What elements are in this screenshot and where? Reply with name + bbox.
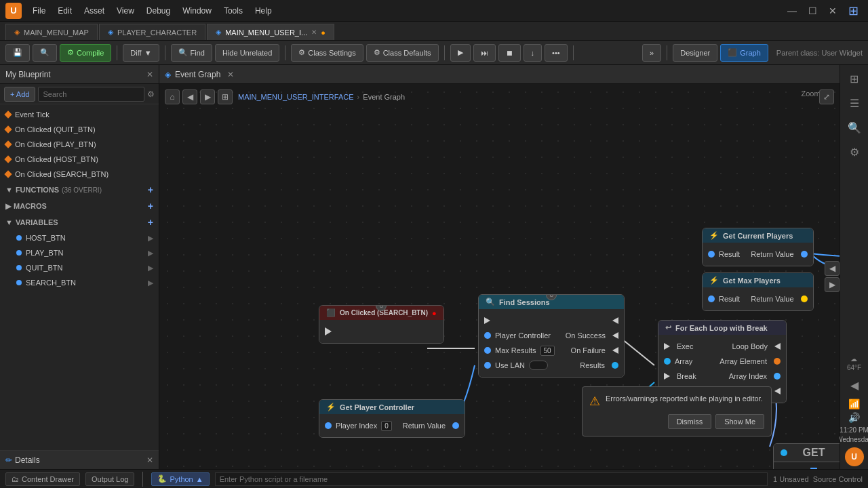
right-icon-grid[interactable]: ⊞ <box>844 68 865 89</box>
details-close-icon[interactable]: ✕ <box>146 455 153 465</box>
nav-home-button[interactable]: ⌂ <box>165 89 180 104</box>
clock: 11:20 PM Wednesday <box>836 426 868 445</box>
var-quit-btn[interactable]: QUIT_BTN ▶ <box>0 260 159 275</box>
menu-asset[interactable]: Asset <box>79 5 110 17</box>
minimize-button[interactable]: — <box>783 4 802 18</box>
right-icon-settings[interactable]: ⚙ <box>844 141 865 163</box>
node-get-current-players[interactable]: ⚡ Get Current Players Result <box>702 228 814 266</box>
menu-edit[interactable]: Edit <box>52 5 77 17</box>
stop-button[interactable]: ⏹ <box>498 44 521 62</box>
diff-button[interactable]: Diff ▼ <box>123 44 159 62</box>
functions-add-icon[interactable]: + <box>148 184 153 195</box>
node-find-sessions[interactable]: ○ 🔍 Find Sessions <box>478 294 625 378</box>
close-button[interactable]: ✕ <box>823 4 842 18</box>
graph-canvas[interactable]: ⌂ ◀ ▶ ⊞ MAIN_MENU_USER_INTERFACE › Event… <box>159 84 840 469</box>
nav-forward-button[interactable]: ▶ <box>200 89 215 104</box>
scroll-up-button[interactable]: ◀ <box>825 261 840 276</box>
expand-icon[interactable]: ⤢ <box>819 89 834 104</box>
search-settings-icon[interactable]: ⚙ <box>147 89 155 99</box>
breadcrumb: MAIN_MENU_USER_INTERFACE › Event Graph <box>238 93 405 101</box>
section-variables[interactable]: ▼ VARIABLES + <box>0 214 159 230</box>
node-on-clicked-search[interactable]: ○ ⬛ On Clicked (SEARCH_BTN) ● <box>319 305 444 344</box>
var-play-btn[interactable]: PLAY_BTN ▶ <box>0 245 159 260</box>
add-button[interactable]: + Add <box>4 87 35 102</box>
nav-grid-button[interactable]: ⊞ <box>218 89 233 104</box>
tree-item-quit-btn[interactable]: On Clicked (QUIT_BTN) <box>0 122 159 137</box>
right-icon-search[interactable]: 🔍 <box>844 117 865 138</box>
nav-back-button[interactable]: ◀ <box>182 89 197 104</box>
tab-label: MAIN_MENU_MAP <box>24 28 89 37</box>
browse-button[interactable]: 🔍 <box>33 44 57 62</box>
python-button[interactable]: 🐍 Python ▲ <box>151 472 209 486</box>
menu-debug[interactable]: Debug <box>141 5 176 17</box>
macros-add-icon[interactable]: + <box>148 201 153 211</box>
scroll-down-button[interactable]: ▶ <box>825 277 840 292</box>
maximize-button[interactable]: ☐ <box>803 4 822 18</box>
menu-view[interactable]: View <box>111 5 140 17</box>
use-lan-toggle[interactable] <box>529 361 548 370</box>
tab-main-menu-map[interactable]: ◈ MAIN_MENU_MAP <box>5 24 98 40</box>
section-macros[interactable]: ▶ MACROS + <box>0 198 159 214</box>
right-icon-list[interactable]: ☰ <box>844 92 865 114</box>
get-current-result: Result <box>703 247 745 262</box>
max-results-value[interactable]: 50 <box>540 346 555 356</box>
menu-file[interactable]: File <box>27 5 51 17</box>
var-color-icon3 <box>16 265 22 270</box>
compile-button[interactable]: ⚙ Compile <box>60 44 111 62</box>
graph-button[interactable]: ⬛ Graph <box>720 44 768 62</box>
var-host-btn[interactable]: HOST_BTN ▶ <box>0 230 159 245</box>
error-notification: ⚠ Errors/warnings reported while playing… <box>582 386 772 436</box>
parent-class-label: Parent class: User Widget <box>776 49 863 57</box>
graph-header-close-icon[interactable]: ✕ <box>227 70 234 79</box>
tree-item-event-tick[interactable]: Event Tick <box>0 107 159 122</box>
status-sep1 <box>142 472 143 487</box>
dismiss-button[interactable]: Dismiss <box>668 414 712 429</box>
hide-unrelated-button[interactable]: Hide Unrelated <box>215 44 279 62</box>
script-input[interactable] <box>215 472 768 486</box>
left-panel-close-icon[interactable]: ✕ <box>146 70 153 79</box>
menu-tools[interactable]: Tools <box>218 5 248 17</box>
host-btn-label: On Clicked (HOST_BTN) <box>15 155 98 163</box>
right-icon-expand[interactable]: ◀ <box>844 374 865 396</box>
overflow-button[interactable]: » <box>642 44 661 62</box>
search-input[interactable] <box>38 87 144 102</box>
skip-button[interactable]: ⏭ <box>473 44 496 62</box>
pencil-icon: ✏ <box>5 455 12 465</box>
show-me-button[interactable]: Show Me <box>715 414 764 429</box>
node-get-max-players[interactable]: ⚡ Get Max Players Result Ret <box>702 272 814 311</box>
tab-close-icon[interactable]: ✕ <box>311 28 317 36</box>
play-button[interactable]: ▶ <box>450 44 471 62</box>
menu-help[interactable]: Help <box>250 5 277 17</box>
breadcrumb-root[interactable]: MAIN_MENU_USER_INTERFACE <box>238 93 354 101</box>
vars-expand-icon: ▼ <box>5 218 13 226</box>
get-max-icon: ⚡ <box>709 276 719 285</box>
tab-player-character[interactable]: ◈ PLAYER_CHARACTER <box>99 24 205 40</box>
node-get-player-controller[interactable]: ⚡ Get Player Controller Player Index 0 <box>319 399 465 438</box>
player-index-value[interactable]: 0 <box>381 421 392 431</box>
tree-item-host-btn[interactable]: On Clicked (HOST_BTN) <box>0 152 159 167</box>
graph-header-label: Event Graph <box>175 70 220 79</box>
content-drawer-button[interactable]: 🗂 Content Drawer <box>5 472 80 486</box>
variables-add-icon[interactable]: + <box>148 217 153 228</box>
section-functions[interactable]: ▼ FUNCTIONS (36 OVERRI) + <box>0 182 159 198</box>
expand-button[interactable]: ⤢ <box>819 89 834 104</box>
node-get-array[interactable]: GET <box>773 443 840 469</box>
save-button[interactable]: 💾 <box>5 44 30 62</box>
var-search-btn[interactable]: SEARCH_BTN ▶ <box>0 275 159 290</box>
tab-icon3: ◈ <box>216 28 221 37</box>
tab-main-menu-user[interactable]: ◈ MAIN_MENU_USER_I... ✕ ● <box>207 24 334 40</box>
menu-window[interactable]: Window <box>177 5 217 17</box>
down-button[interactable]: ↓ <box>524 44 542 62</box>
tree-item-play-btn[interactable]: On Clicked (PLAY_BTN) <box>0 137 159 152</box>
get-current-title: Get Current Players <box>723 232 793 240</box>
class-defaults-button[interactable]: ⚙ Class Defaults <box>366 44 439 62</box>
tree-item-search-btn[interactable]: On Clicked (SEARCH_BTN) <box>0 167 159 182</box>
class-settings-button[interactable]: ⚙ Class Settings <box>291 44 363 62</box>
output-log-button[interactable]: Output Log <box>85 472 134 486</box>
more-button[interactable]: ••• <box>545 44 568 62</box>
designer-button[interactable]: Designer <box>673 44 717 62</box>
get-current-result-label: Result <box>719 250 740 258</box>
toolbar-sep6 <box>667 45 667 60</box>
left-panel: My Blueprint ✕ + Add ⚙ Event Tick On Cli… <box>0 65 159 469</box>
find-button[interactable]: 🔍 Find <box>171 44 212 62</box>
